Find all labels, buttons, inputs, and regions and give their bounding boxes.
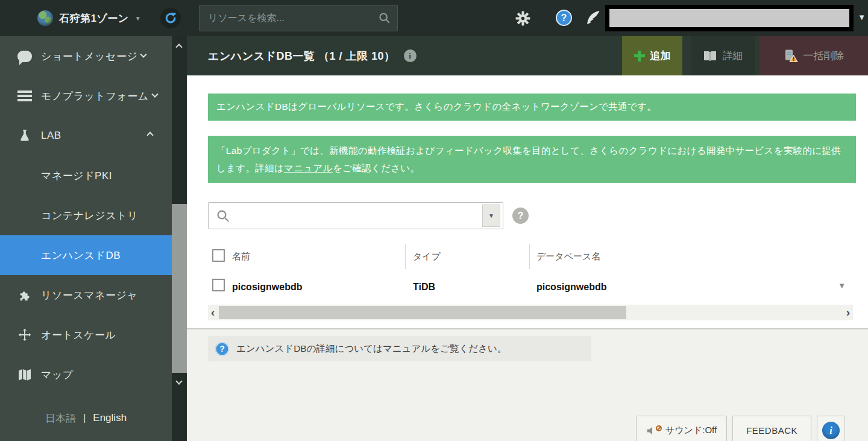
lab-product-notice: 「Labプロダクト」では、新機能の動作検証およびフィードバック収集を目的として、…	[208, 136, 856, 183]
info-icon: i	[822, 422, 840, 439]
sidebar: ショートメッセージ モノプラットフォーム LAB マネージドPKI コンテナレジ…	[0, 36, 172, 441]
account-box-redacted[interactable]	[605, 5, 854, 31]
gear-icon[interactable]	[515, 11, 530, 26]
zone-selector[interactable]: 石狩第1ゾーン ▼	[37, 0, 141, 36]
globe-icon	[37, 10, 53, 26]
filter-dropdown-button[interactable]: ▼	[482, 205, 500, 227]
header-buttons: 追加 詳細 一括削除	[622, 36, 868, 75]
sidebar-item-managed-pki[interactable]: マネージドPKI	[0, 156, 172, 195]
sidebar-item-label: LAB	[41, 130, 61, 142]
global-resource-notice: エンハンスドDBはグローバルリソースです。さくらのクラウドの全ネットワークゾーン…	[208, 94, 856, 121]
sidebar-item-label: マップ	[41, 368, 74, 382]
bulk-delete-button[interactable]: 一括削除	[760, 36, 868, 75]
refresh-icon	[164, 11, 177, 25]
add-button-label: 追加	[650, 49, 671, 63]
row-actions-caret[interactable]: ▼	[838, 281, 846, 290]
filter-help-icon[interactable]: ?	[512, 208, 529, 224]
sidebar-item-enhanced-db[interactable]: エンハンスドDB	[0, 235, 172, 275]
sidebar-item-label: コンテナレジストリ	[41, 209, 138, 223]
notice-text: をご確認ください。	[333, 163, 420, 173]
flask-icon	[17, 129, 33, 142]
horizontal-scrollbar-thumb[interactable]	[219, 306, 626, 319]
chevron-down-icon	[151, 91, 158, 98]
sidebar-item-resource-manager[interactable]: リソースマネージャ	[0, 275, 172, 315]
sidebar-item-short-message[interactable]: ショートメッセージ	[0, 36, 172, 76]
sidebar-item-label: オートスケール	[41, 328, 116, 342]
sidebar-item-label: リソースマネージャ	[41, 288, 137, 302]
chevron-down-icon	[140, 51, 147, 58]
list-filter-box: ▼	[208, 202, 503, 229]
help-icon[interactable]: ?	[556, 10, 572, 26]
column-header-type: タイプ	[413, 251, 441, 262]
question-glyph: ?	[518, 211, 524, 221]
sidebar-item-container-registry[interactable]: コンテナレジストリ	[0, 195, 172, 235]
language-switcher: 日本語 | English	[0, 403, 172, 433]
sidebar-item-label: モノプラットフォーム	[41, 89, 149, 103]
manual-link[interactable]: マニュアル	[284, 163, 333, 173]
map-icon	[17, 369, 33, 381]
detail-button[interactable]: 詳細	[691, 36, 755, 75]
manual-note: ? エンハンスドDBの詳細についてはマニュアルをご覧ください。	[208, 336, 591, 361]
feedback-button[interactable]: FEEDBACK	[732, 416, 811, 441]
plus-icon	[634, 51, 645, 62]
footer-buttons: サウンド:Off FEEDBACK i	[636, 416, 845, 441]
help-icon: ?	[215, 342, 229, 356]
sidebar-item-map[interactable]: マップ	[0, 355, 172, 395]
column-divider	[529, 244, 530, 269]
content-header: エンハンスドDB一覧 （1 / 上限 10） i 追加 詳細 一括削除	[187, 36, 868, 75]
chevron-down-icon: ▼	[135, 15, 141, 22]
info-icon[interactable]: i	[404, 49, 417, 62]
scroll-up-icon[interactable]	[175, 43, 182, 50]
puzzle-icon	[17, 288, 33, 302]
list-filter-input[interactable]	[233, 203, 474, 229]
table-row[interactable]: picosignwebdb TiDB picosignwebdb ▼	[208, 271, 853, 303]
row-checkbox[interactable]	[212, 279, 225, 291]
chevron-up-icon	[146, 132, 153, 138]
sidebar-item-label: ショートメッセージ	[41, 49, 137, 63]
scroll-left-icon[interactable]: ‹	[211, 305, 215, 320]
sidebar-scrollbar[interactable]	[172, 36, 187, 441]
chat-icon	[17, 51, 33, 62]
language-ja-link[interactable]: 日本語	[45, 411, 76, 425]
list-icon	[17, 90, 33, 101]
speaker-muted-icon	[646, 425, 661, 437]
add-button[interactable]: 追加	[622, 36, 682, 75]
search-icon	[216, 209, 230, 223]
table-header: 名前 タイプ データベース名	[208, 241, 853, 271]
resource-search-input[interactable]	[200, 5, 397, 31]
sound-toggle-button[interactable]: サウンド:Off	[636, 416, 727, 441]
topbar: 石狩第1ゾーン ▼ ? ▼	[0, 0, 868, 36]
sidebar-item-lab[interactable]: LAB	[0, 116, 172, 156]
main-content: エンハンスドDBはグローバルリソースです。さくらのクラウドの全ネットワークゾーン…	[187, 75, 868, 441]
account-menu-caret[interactable]: ▼	[858, 13, 866, 22]
bulk-delete-button-label: 一括削除	[804, 49, 844, 63]
account-box-inner	[609, 9, 849, 27]
resource-search	[199, 5, 398, 31]
select-all-checkbox[interactable]	[212, 249, 225, 262]
sidebar-item-label: エンハンスドDB	[41, 249, 121, 262]
question-glyph: ?	[561, 13, 567, 24]
detail-button-label: 詳細	[723, 49, 743, 63]
sidebar-item-autoscale[interactable]: オートスケール	[0, 315, 172, 355]
sidebar-scrollbar-thumb[interactable]	[172, 204, 187, 373]
column-divider	[405, 244, 406, 269]
feather-icon[interactable]	[585, 9, 602, 26]
column-header-dbname: データベース名	[536, 251, 600, 262]
feedback-button-label: FEEDBACK	[746, 425, 797, 436]
page-title: エンハンスドDB一覧 （1 / 上限 10）	[208, 49, 395, 63]
search-icon	[378, 11, 391, 25]
scroll-right-icon[interactable]: ›	[846, 305, 850, 320]
book-icon	[703, 50, 717, 62]
sidebar-item-mono-platform[interactable]: モノプラットフォーム	[0, 76, 172, 116]
question-glyph: ?	[219, 344, 225, 354]
info-button[interactable]: i	[817, 416, 845, 441]
scroll-down-icon[interactable]	[175, 378, 182, 384]
horizontal-scrollbar[interactable]: ‹ ›	[208, 305, 853, 320]
refresh-button[interactable]	[160, 8, 181, 28]
delete-warning-icon	[784, 49, 798, 63]
cell-name: picosignwebdb	[232, 282, 302, 293]
notice-text: エンハンスドDBはグローバルリソースです。さくらのクラウドの全ネットワークゾーン…	[216, 101, 656, 113]
zone-label: 石狩第1ゾーン	[59, 11, 129, 25]
column-header-name: 名前	[232, 251, 250, 262]
language-en-link[interactable]: English	[93, 412, 127, 424]
